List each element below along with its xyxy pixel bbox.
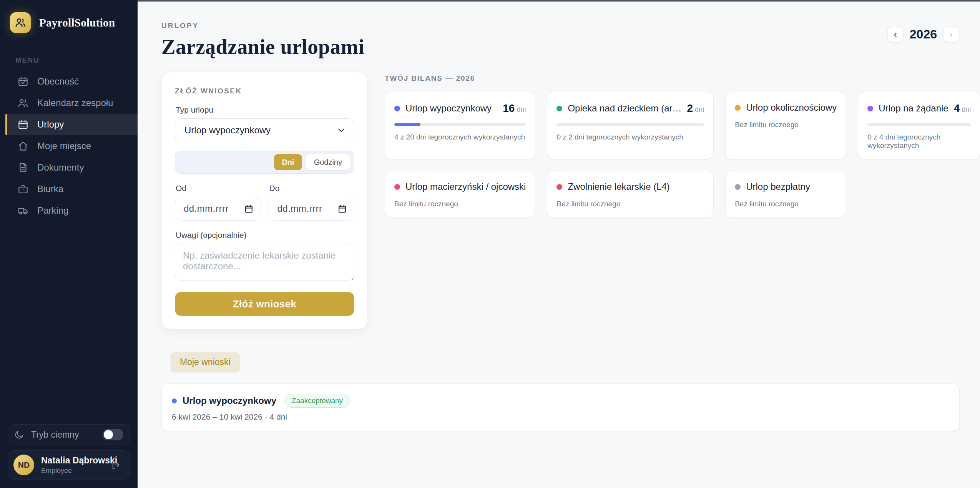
balance-card-urlop-bezplatny: Urlop bezpłatny Bez limitu rocznego [725, 171, 846, 218]
user-card: ND Natalia Dąbrowski Employee [8, 450, 130, 480]
sidebar-item-biurka[interactable]: Biurka [0, 178, 138, 200]
balance-section: TWÓJ BILANS — 2026 Urlop wypoczynkowy 16… [385, 72, 980, 218]
team-icon [17, 97, 29, 109]
status-badge: Zaakceptowany [284, 394, 350, 408]
logout-icon[interactable] [110, 459, 122, 471]
brand: PayrollSolution [0, 0, 138, 45]
briefcase-icon [17, 183, 29, 195]
prev-year-button[interactable]: ‹ [887, 26, 904, 42]
calendar-picker-icon[interactable] [337, 204, 347, 214]
main-content: URLOPY Zarządzanie urlopami ‹ 2026 › ZŁÓ… [138, 0, 980, 488]
leave-type-dot [172, 398, 177, 403]
days-unit: dni [517, 106, 526, 114]
request-type: Urlop wypoczynkowy [183, 395, 276, 406]
notes-textarea[interactable] [175, 244, 354, 281]
leave-type-name: Urlop na żądanie [879, 103, 948, 114]
sidebar-nav: Obecność Kalendarz zespołu Urlopy [0, 71, 138, 221]
usage-progressbar [556, 123, 704, 126]
balance-card-urlop-na-zadanie: Urlop na żądanie 4 dni 0 z 4 dni tegoroc… [858, 92, 980, 159]
usage-progressbar [394, 123, 526, 126]
my-requests-section: Moje wnioski Urlop wypoczynkowy Zaakcept… [161, 352, 959, 431]
sidebar-item-label: Dokumenty [37, 162, 84, 173]
leave-type-dot [735, 105, 741, 111]
leave-type-name: Urlop wypoczynkowy [405, 103, 492, 114]
year-value: 2026 [910, 27, 937, 41]
balance-card-opieka-nad-dzieckiem: Opieka nad dzieckiem (ar… 2 dni 0 z 2 dn… [547, 92, 714, 159]
page-title: Zarządzanie urlopami [161, 35, 364, 59]
usage-caption: 0 z 2 dni tegorocznych wykorzystanych [556, 133, 704, 141]
balance-heading: TWÓJ BILANS — 2026 [385, 74, 980, 83]
dark-mode-label: Tryb ciemny [31, 430, 79, 440]
leave-type-selected-value: Urlop wypoczynkowy [184, 125, 271, 136]
document-icon [17, 162, 29, 173]
leave-type-dot [735, 184, 741, 190]
sidebar-bottom: Tryb ciemny ND Natalia Dąbrowski Employe… [0, 424, 138, 488]
unit-toggle: Dni Godziny [175, 151, 354, 174]
unit-option-godziny[interactable]: Godziny [306, 154, 350, 171]
leave-type-select[interactable]: Urlop wypoczynkowy [175, 118, 354, 142]
type-label: Typ urlopu [176, 105, 354, 115]
dark-mode-row: Tryb ciemny [8, 424, 130, 445]
from-label: Od [176, 184, 261, 193]
submit-request-button[interactable]: Złóż wniosek [175, 292, 354, 316]
request-details: 6 kwi 2026 – 10 kwi 2026 · 4 dni [172, 412, 949, 422]
sidebar-item-parking[interactable]: Parking [0, 200, 138, 221]
usage-caption: 4 z 20 dni tegorocznych wykorzystanych [394, 133, 526, 141]
form-heading: ZŁÓŻ WNIOSEK [175, 87, 354, 95]
leave-type-name: Urlop okolicznościowy [746, 102, 837, 113]
to-date-input[interactable]: dd.mm.rrrr [269, 197, 355, 221]
user-name: Natalia Dąbrowski [41, 455, 103, 466]
leave-type-dot [556, 184, 562, 190]
leave-request-form: ZŁÓŻ WNIOSEK Typ urlopu Urlop wypoczynko… [161, 72, 368, 329]
balance-card-zwolnienie-lekarskie: Zwolnienie lekarskie (L4) Bez limitu roc… [547, 171, 714, 218]
sidebar-item-label: Moje miejsce [37, 141, 91, 151]
leave-type-name: Zwolnienie lekarskie (L4) [568, 181, 669, 192]
moon-icon [14, 430, 24, 440]
days-unit: dni [695, 106, 704, 114]
days-value: 4 [954, 102, 960, 115]
leave-type-dot [556, 106, 562, 111]
calendar-days-icon [17, 119, 29, 130]
to-label: Do [269, 184, 355, 193]
app-name: PayrollSolution [39, 17, 115, 29]
sidebar-item-label: Biurka [37, 184, 63, 194]
sidebar-item-label: Obecność [37, 76, 79, 87]
dark-mode-toggle[interactable] [103, 429, 123, 440]
balance-card-urlop-okolicznosciowy: Urlop okolicznościowy Bez limitu roczneg… [725, 92, 846, 159]
usage-caption: Bez limitu rocznego [556, 200, 704, 208]
toggle-knob [104, 430, 113, 439]
sidebar: PayrollSolution MENU Obecność Kalendarz … [0, 0, 138, 488]
usage-caption: Bez limitu rocznego [735, 200, 837, 208]
usage-caption: Bez limitu rocznego [394, 200, 526, 208]
usage-progressbar [867, 123, 971, 126]
user-role: Employee [41, 467, 103, 475]
sidebar-item-dokumenty[interactable]: Dokumenty [0, 157, 138, 178]
tab-moje-wnioski[interactable]: Moje wnioski [171, 352, 240, 372]
page-header: URLOPY Zarządzanie urlopami ‹ 2026 › [161, 22, 959, 59]
breadcrumb: URLOPY [161, 22, 364, 30]
from-date-placeholder: dd.mm.rrrr [184, 203, 229, 214]
calendar-check-icon [17, 76, 29, 87]
balance-cards-grid: Urlop wypoczynkowy 16 dni 4 z 20 dni teg… [385, 92, 980, 218]
chevron-down-icon [336, 125, 346, 135]
sidebar-item-kalendarz-zespolu[interactable]: Kalendarz zespołu [0, 92, 138, 114]
unit-option-dni[interactable]: Dni [274, 154, 302, 170]
year-switcher: ‹ 2026 › [887, 26, 959, 42]
sidebar-item-label: Urlopy [37, 119, 64, 130]
leave-type-name: Urlop bezpłatny [746, 181, 810, 192]
sidebar-item-urlopy[interactable]: Urlopy [5, 114, 138, 135]
from-date-input[interactable]: dd.mm.rrrr [175, 197, 261, 221]
sidebar-item-label: Parking [37, 205, 68, 216]
car-icon [17, 205, 29, 216]
next-year-button[interactable]: › [943, 26, 959, 42]
balance-card-urlop-macierzynski: Urlop macierzyński / ojcowski Bez limitu… [385, 171, 535, 218]
calendar-picker-icon[interactable] [244, 204, 254, 214]
usage-caption: Bez limitu rocznego [735, 121, 837, 129]
to-date-placeholder: dd.mm.rrrr [277, 203, 322, 214]
sidebar-item-moje-miejsce[interactable]: Moje miejsce [0, 135, 138, 157]
menu-section-label: MENU [15, 56, 138, 65]
sidebar-item-obecnosc[interactable]: Obecność [0, 71, 138, 92]
leave-type-name: Urlop macierzyński / ojcowski [405, 181, 526, 192]
sidebar-item-label: Kalendarz zespołu [37, 98, 113, 108]
balance-card-urlop-wypoczynkowy: Urlop wypoczynkowy 16 dni 4 z 20 dni teg… [385, 92, 535, 159]
